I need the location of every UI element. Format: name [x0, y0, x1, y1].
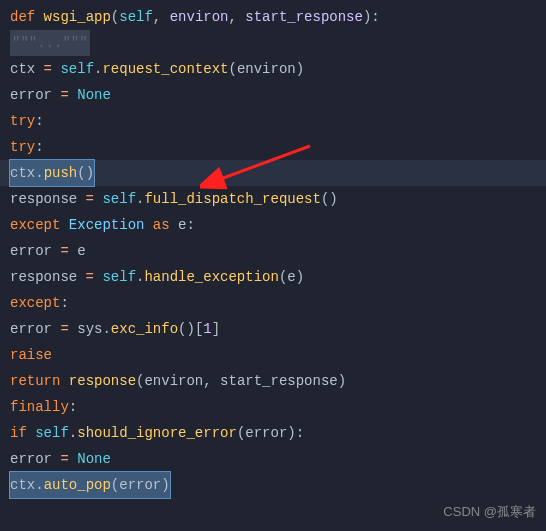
code-line: response = self.handle_exception(e): [0, 264, 546, 290]
method-auto-pop: auto_pop: [44, 477, 111, 493]
method-request-context: request_context: [102, 56, 228, 82]
module-sys: sys: [77, 316, 102, 342]
code-line: try:: [0, 134, 546, 160]
var-ctx: ctx: [10, 56, 35, 82]
code-line: error = e: [0, 238, 546, 264]
var-error: error: [10, 82, 52, 108]
selection-ctx-push: ctx.push(): [10, 160, 94, 186]
code-line: raise: [0, 342, 546, 368]
code-line: except:: [0, 290, 546, 316]
watermark-text: CSDN @孤寒者: [443, 499, 536, 525]
method-full-dispatch-request: full_dispatch_request: [144, 186, 320, 212]
code-line: return response(environ, start_response): [0, 368, 546, 394]
code-line: """...""": [0, 30, 546, 56]
code-line: if self.should_ignore_error(error):: [0, 420, 546, 446]
method-push: push: [44, 165, 78, 181]
keyword-try: try: [10, 108, 35, 134]
code-line-highlighted: ctx.push(): [0, 160, 546, 186]
keyword-except: except: [10, 290, 60, 316]
docstring: """...""": [10, 30, 90, 56]
keyword-finally: finally: [10, 394, 69, 420]
code-line: ctx.auto_pop(error): [0, 472, 546, 498]
code-line: error = None: [0, 446, 546, 472]
code-line: try:: [0, 108, 546, 134]
keyword-raise: raise: [10, 342, 52, 368]
keyword-except: except: [10, 212, 60, 238]
param-environ: environ: [170, 4, 229, 30]
var-response: response: [10, 186, 77, 212]
code-line: except Exception as e:: [0, 212, 546, 238]
method-exc-info: exc_info: [111, 316, 178, 342]
code-line: error = sys.exc_info()[1]: [0, 316, 546, 342]
keyword-def: def: [10, 4, 35, 30]
keyword-try: try: [10, 134, 35, 160]
code-editor[interactable]: def wsgi_app(self, environ, start_respon…: [0, 0, 546, 502]
selection-ctx-auto-pop: ctx.auto_pop(error): [10, 472, 170, 498]
code-line: ctx = self.request_context(environ): [0, 56, 546, 82]
class-exception: Exception: [69, 212, 145, 238]
function-name: wsgi_app: [35, 4, 111, 30]
code-line: response = self.full_dispatch_request(): [0, 186, 546, 212]
param-start-response: start_response: [245, 4, 363, 30]
code-line: error = None: [0, 82, 546, 108]
method-should-ignore-error: should_ignore_error: [77, 420, 237, 446]
keyword-return: return: [10, 368, 60, 394]
code-line: def wsgi_app(self, environ, start_respon…: [0, 4, 546, 30]
method-handle-exception: handle_exception: [144, 264, 278, 290]
param-self: self: [119, 4, 153, 30]
code-line: finally:: [0, 394, 546, 420]
const-none: None: [77, 82, 111, 108]
keyword-if: if: [10, 420, 27, 446]
